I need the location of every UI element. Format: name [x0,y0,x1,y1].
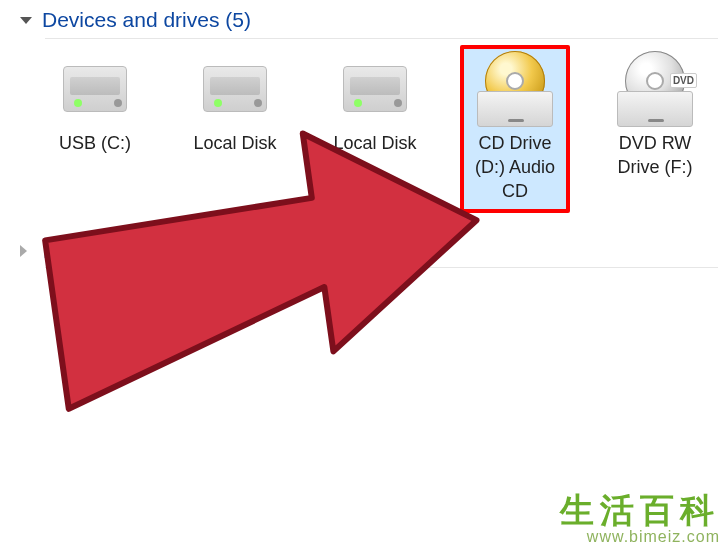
divider [45,267,718,268]
watermark: 生活百科 www.bimeiz.com [560,488,720,546]
divider [45,38,718,39]
drive-label: Local Disk [324,131,426,155]
drive-usb-c[interactable]: USB (C:) [40,45,150,213]
hdd-icon [44,51,146,127]
folders-section-title: Folders [43,239,113,263]
drive-label: DVD RW Drive (F:) [604,131,706,179]
hdd-icon [184,51,286,127]
drives-list: USB (C:) Local Disk Local Disk CD Drive … [0,45,728,213]
devices-section-title: Devices and drives (5) [42,8,251,32]
drive-dvd-rw[interactable]: DVD DVD RW Drive (F:) [600,45,710,213]
drive-local-disk-1[interactable]: Local Disk [180,45,290,213]
chevron-down-icon [20,17,32,24]
drive-local-disk-2[interactable]: Local Disk [320,45,430,213]
dvd-drive-icon: DVD [604,51,706,127]
drive-label: CD Drive (D:) Audio CD [464,131,566,203]
folders-section-header[interactable]: Folders [0,213,728,273]
drive-cd-audio[interactable]: CD Drive (D:) Audio CD [460,45,570,213]
hdd-icon [324,51,426,127]
drive-label: Local Disk [184,131,286,155]
chevron-right-icon [20,245,33,257]
drive-label: USB (C:) [44,131,146,155]
dvd-badge: DVD [670,73,697,88]
cd-drive-icon [464,51,566,127]
